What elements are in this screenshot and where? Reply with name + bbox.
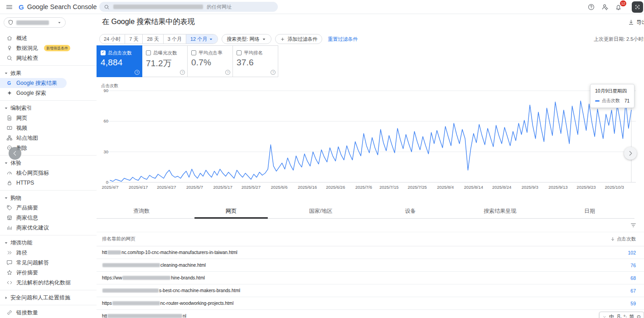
sort-by-clicks-header[interactable]: 点击次数 xyxy=(610,236,644,242)
sidebar-section-enhancements[interactable]: 增强功能 xyxy=(0,238,97,248)
table-row[interactable]: cleaning-machine.html 76 xyxy=(97,259,644,272)
sidebar-item-core-web-vitals[interactable]: 核心网页指标 xyxy=(0,168,97,178)
sidebar-item-merchant-opportunities[interactable]: 商家优化建议 xyxy=(0,223,97,233)
checkbox-checked[interactable] xyxy=(101,50,106,55)
range-3m[interactable]: 3 个月 xyxy=(163,34,186,44)
info-icon[interactable]: ? xyxy=(225,70,230,75)
sidebar-item-sitemaps[interactable]: 站点地图 xyxy=(0,133,97,143)
tab-queries[interactable]: 查询数 xyxy=(97,204,186,218)
sidebar-item-url-inspection[interactable]: 网址检查 xyxy=(0,53,97,63)
tab-devices[interactable]: 设备 xyxy=(365,204,455,218)
sidebar-item-review-snippets[interactable]: 评价摘要 xyxy=(0,268,97,278)
range-12m-selected[interactable]: 12 个月 xyxy=(186,34,218,44)
property-selector[interactable] xyxy=(4,17,66,28)
main-menu-button[interactable] xyxy=(4,1,15,13)
table-row[interactable]: httnl xyxy=(97,310,644,318)
sidebar-item-unparsable-structured-data[interactable]: 无法解析的结构化数据 xyxy=(0,278,97,288)
sidebar-item-label: 网页 xyxy=(16,114,27,122)
ime-settings-icon[interactable]: ⊙ xyxy=(637,314,641,318)
ime-punctuation-toggle[interactable]: °· xyxy=(624,314,627,318)
tab-pages[interactable]: 网页 xyxy=(186,204,276,218)
inspect-url-search-input[interactable]: 的任何网址 xyxy=(99,2,278,12)
page-url: s-best-cnc-machine-makers-brands.html xyxy=(97,288,240,293)
clicks-value: 102 xyxy=(628,250,644,255)
sidebar-item-insights[interactable]: 数据洞见新增筛选条件 xyxy=(0,43,97,53)
metric-card-average-ctr[interactable]: 平均点击率 0.7% ? xyxy=(187,45,233,77)
checkbox-unchecked[interactable] xyxy=(237,50,242,55)
search-type-chip[interactable]: 搜索类型: 网络 xyxy=(222,34,271,44)
notifications-button[interactable]: 12 xyxy=(613,1,624,13)
tab-search-appearance[interactable]: 搜索结果呈现 xyxy=(455,204,545,218)
sidebar-divider xyxy=(0,290,97,290)
export-button[interactable]: 导出 xyxy=(628,19,644,26)
sidebar-section-shopping[interactable]: 购物 xyxy=(0,193,97,203)
sidebar-item-search-results[interactable]: Google 搜索结果 xyxy=(0,78,67,88)
ime-simplified-toggle[interactable]: 简 xyxy=(629,313,634,318)
checkbox-unchecked[interactable] xyxy=(146,50,151,55)
range-7d[interactable]: 7 天 xyxy=(125,34,142,44)
info-icon[interactable]: ? xyxy=(180,70,185,75)
sidebar-section-indexing[interactable]: 编制索引 xyxy=(0,103,97,113)
sidebar-section-security-manual-actions[interactable]: 安全问题和人工处置措施 xyxy=(0,293,97,303)
sidebar-item-merchant-listings[interactable]: 商家信息 xyxy=(0,213,97,223)
svg-text:2025/8/24: 2025/8/24 xyxy=(492,185,511,190)
metric-card-average-position[interactable]: 平均排名 37.6 ? xyxy=(232,45,278,77)
chevron-left-icon xyxy=(11,150,19,157)
chat-bubble-icon xyxy=(6,259,13,266)
app-logo[interactable]: G Google Search Console xyxy=(19,3,97,11)
tag-icon xyxy=(6,205,13,211)
sidebar-item-product-snippets[interactable]: 产品摘要 xyxy=(0,203,97,213)
ime-toolbar[interactable]: 中 凡 °· 简 ⊙ xyxy=(599,312,644,318)
clicks-line-chart[interactable]: 03060902025/4/72025/4/172025/4/272025/5/… xyxy=(97,82,644,193)
table-row[interactable]: https://wwhine-brands.html 68 xyxy=(97,272,644,284)
ime-language-toggle[interactable]: 中 xyxy=(609,313,614,318)
screenshot-tool-button[interactable] xyxy=(632,1,643,13)
reset-filters-link[interactable]: 重置过滤条件 xyxy=(326,36,359,43)
tab-countries[interactable]: 国家/地区 xyxy=(276,204,366,218)
metric-card-total-impressions[interactable]: 总曝光次数 71.2万 ? xyxy=(142,45,188,77)
scroll-left-button[interactable] xyxy=(9,147,21,160)
add-filter-chip[interactable]: 添加过滤条件 xyxy=(275,34,322,44)
scroll-right-button[interactable] xyxy=(624,147,637,160)
sidebar-item-discover[interactable]: Google 探索 xyxy=(0,88,97,98)
filter-funnel-icon[interactable] xyxy=(630,222,637,229)
sidebar-item-https[interactable]: HTTPS xyxy=(0,178,97,188)
sidebar-item-links[interactable]: 链接数量 xyxy=(0,308,97,318)
sidebar-item-label: 站点地图 xyxy=(16,134,38,142)
chevron-down-icon xyxy=(4,240,9,245)
sidebar-item-pages[interactable]: 网页 xyxy=(0,113,97,123)
sidebar-item-faq[interactable]: 常见问题解答 xyxy=(0,258,97,268)
storefront-icon xyxy=(6,215,13,221)
tooltip-date: 10月9日星期四 xyxy=(595,88,629,94)
metric-value: 71.2万 xyxy=(146,58,184,69)
pages-table: httnc.com/top-10-cnc-machine-manufacture… xyxy=(97,246,644,318)
tab-dates[interactable]: 日期 xyxy=(545,204,634,218)
info-icon[interactable]: ? xyxy=(135,70,140,75)
link-icon xyxy=(6,309,13,316)
table-group-header: 排名靠前的网页 xyxy=(97,236,136,242)
table-row[interactable]: s-best-cnc-machine-makers-brands.html 67 xyxy=(97,284,644,297)
account-settings-button[interactable] xyxy=(599,1,610,13)
sidebar-navigation: 概述 数据洞见新增筛选条件 网址检查 效果 Google 搜索结果 Google… xyxy=(0,14,97,318)
chevron-down-icon[interactable] xyxy=(602,314,607,318)
download-icon xyxy=(628,19,634,26)
checkbox-unchecked[interactable] xyxy=(191,50,196,55)
sidebar-item-video-pages[interactable]: 视频 xyxy=(0,123,97,133)
table-row[interactable]: httnc.com/top-10-cnc-machine-manufacture… xyxy=(97,246,644,259)
sidebar-item-overview[interactable]: 概述 xyxy=(0,33,97,43)
redacted-url-segment xyxy=(107,314,182,318)
info-icon[interactable]: ? xyxy=(271,70,276,75)
table-row[interactable]: httpsnc-router-woodworking-projects.html… xyxy=(97,297,644,310)
redacted-property-name xyxy=(16,20,49,25)
help-icon xyxy=(587,3,595,11)
range-28d[interactable]: 28 天 xyxy=(142,34,163,44)
range-24h[interactable]: 24 小时 xyxy=(100,34,125,44)
sidebar-item-breadcrumbs[interactable]: 路径 xyxy=(0,248,97,258)
ime-mode-toggle[interactable]: 凡 xyxy=(616,313,621,318)
table-toolbar xyxy=(97,219,644,232)
metric-card-total-clicks[interactable]: 总点击次数 4,884 ? xyxy=(97,45,142,77)
page-url: httnc.com/top-10-cnc-machine-manufacture… xyxy=(97,250,237,255)
sidebar-section-performance[interactable]: 效果 xyxy=(0,68,97,78)
page-url: httnl xyxy=(97,313,186,318)
help-button[interactable] xyxy=(586,1,597,13)
